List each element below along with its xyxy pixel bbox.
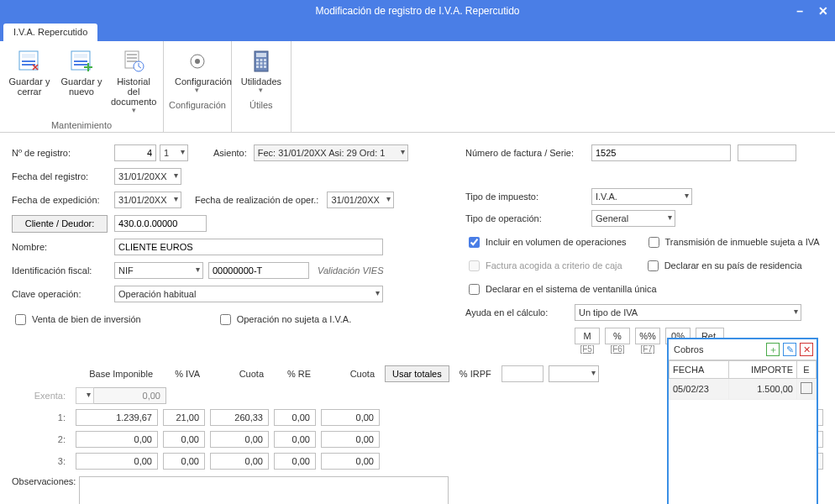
observaciones-textarea[interactable] <box>79 476 449 504</box>
fecha-registro-input[interactable]: 31/01/20XX <box>114 168 181 185</box>
close-icon[interactable]: ✕ <box>818 4 828 18</box>
cobros-col-fecha: FECHA <box>670 361 729 379</box>
config-button[interactable]: Configuración ▾ <box>173 46 222 97</box>
col-cuota: Cuota <box>210 369 269 379</box>
gear-icon <box>184 48 211 75</box>
doc-history-button[interactable]: Historial del documento ▾ <box>109 46 158 117</box>
ident-fiscal-label: Identificación fiscal: <box>12 265 114 276</box>
clave-op-select[interactable]: Operación habitual <box>114 286 383 302</box>
exenta-selector[interactable] <box>76 387 94 404</box>
serie-factura-input[interactable] <box>738 144 796 161</box>
declarar-residencia-checkbox[interactable]: Declarar en su país de residencia <box>644 258 802 274</box>
svg-rect-1 <box>22 54 35 58</box>
ident-fiscal-tipo-select[interactable]: NIF <box>114 262 203 279</box>
helper-m-button[interactable]: M <box>575 328 600 344</box>
helper-pct-button[interactable]: % <box>605 328 630 344</box>
row2-base[interactable]: 0,00 <box>76 431 158 448</box>
ident-fiscal-input[interactable] <box>208 262 309 279</box>
fecha-expedicion-input[interactable]: 31/01/20XX <box>114 192 181 208</box>
svg-point-14 <box>195 59 200 64</box>
row3-pctiva[interactable]: 0,00 <box>163 453 205 470</box>
save-close-button[interactable]: Guardar y cerrar <box>5 46 54 117</box>
history-icon <box>120 48 147 75</box>
svg-rect-22 <box>264 62 266 65</box>
col-base: Base Imponible <box>76 369 158 379</box>
cobros-row[interactable]: 05/02/23 1.500,00 <box>670 379 817 400</box>
svg-rect-5 <box>74 54 87 58</box>
num-factura-input[interactable] <box>591 144 731 161</box>
svg-rect-19 <box>264 59 266 61</box>
row2-cuota2[interactable]: 0,00 <box>321 431 380 448</box>
cobros-delete-icon[interactable]: ✕ <box>800 343 813 356</box>
fact-caja-checkbox[interactable]: Factura acogida a criterio de caja <box>465 258 622 274</box>
row2-pctiva[interactable]: 0,00 <box>163 431 205 448</box>
op-no-sujeta-checkbox[interactable]: Operación no sujeta a I.V.A. <box>217 312 352 328</box>
row3-pctre[interactable]: 0,00 <box>274 453 316 470</box>
ayuda-calculo-select[interactable]: Un tipo de IVA <box>575 304 801 321</box>
row3-base[interactable]: 0,00 <box>76 453 158 470</box>
incluir-volumen-checkbox[interactable]: Incluir en volumen de operaciones <box>465 234 627 250</box>
save-new-icon <box>68 48 95 75</box>
row3-cuota[interactable]: 0,00 <box>210 453 269 470</box>
row2-label: 2: <box>12 434 71 444</box>
exenta-base: 0,00 <box>84 387 166 404</box>
row1-cuota[interactable]: 260,33 <box>210 409 269 426</box>
cuenta-cliente-input[interactable] <box>114 215 207 232</box>
save-new-button[interactable]: Guardar y nuevo <box>57 46 106 117</box>
tab-iva-repercutido[interactable]: I.V.A. Repercutido <box>3 24 97 41</box>
col-pctiva: % IVA <box>163 369 205 379</box>
nombre-input[interactable] <box>114 239 383 255</box>
row3-cuota2[interactable]: 0,00 <box>321 453 380 470</box>
fecha-expedicion-label: Fecha de expedición: <box>12 195 114 205</box>
titlebar: Modificación de registro de I.V.A. Reper… <box>0 0 835 22</box>
save-close-icon <box>16 48 43 75</box>
cobros-panel: Cobros ＋ ✎ ✕ FECHA IMPORTE E 05/02/23 1.… <box>667 338 818 504</box>
row1-pctiva[interactable]: 21,00 <box>163 409 205 426</box>
num-registro-input[interactable] <box>114 144 156 161</box>
validacion-vies-link[interactable]: Validación VIES <box>318 265 383 276</box>
cobros-edit-icon[interactable]: ✎ <box>783 343 796 356</box>
tipo-impuesto-select[interactable]: I.V.A. <box>591 188 692 205</box>
tipo-operacion-select[interactable]: General <box>591 210 675 227</box>
nombre-label: Nombre: <box>12 242 114 252</box>
shortcut-f7: [F7] <box>635 344 660 354</box>
venta-inversion-checkbox[interactable]: Venta de bien de inversión <box>12 312 141 328</box>
asiento-display[interactable]: Fec: 31/01/20XX Asi: 29 Ord: 1 <box>254 144 408 161</box>
helper-pctpct-button[interactable]: %% <box>635 328 660 344</box>
doc-history-label: Historial del documento <box>111 76 156 107</box>
usar-totales-button[interactable]: Usar totales <box>385 365 449 382</box>
cobros-table: FECHA IMPORTE E 05/02/23 1.500,00 <box>669 360 817 400</box>
row1-label: 1: <box>12 412 71 423</box>
clave-op-label: Clave operación: <box>12 289 114 299</box>
shortcut-f6: [F6] <box>605 344 630 354</box>
cobros-row-importe: 1.500,00 <box>729 379 797 400</box>
row1-cuota2[interactable]: 0,00 <box>321 409 380 426</box>
group-utils-title: Útiles <box>237 100 286 110</box>
group-config-title: Configuración <box>169 100 226 110</box>
ribbon-group-maintenance: Guardar y cerrar Guardar y nuevo Histori… <box>0 41 164 132</box>
ayuda-calculo-label: Ayuda en el cálculo: <box>465 307 575 318</box>
irpf-select[interactable] <box>549 365 599 382</box>
svg-rect-6 <box>74 60 87 62</box>
declarar-ventanilla-checkbox[interactable]: Declarar en el sistema de ventanilla úni… <box>465 281 657 297</box>
svg-rect-10 <box>127 57 137 59</box>
row2-cuota[interactable]: 0,00 <box>210 431 269 448</box>
svg-rect-7 <box>74 64 87 66</box>
utilities-button[interactable]: Utilidades ▾ <box>237 46 286 97</box>
cobros-add-icon[interactable]: ＋ <box>766 343 780 356</box>
irpf-blank-cell[interactable] <box>502 365 544 382</box>
cliente-deudor-button[interactable]: Cliente / Deudor: <box>12 215 108 233</box>
minimize-icon[interactable]: – <box>796 4 803 18</box>
transm-inmueble-checkbox[interactable]: Transmisión de inmueble sujeta a IVA <box>645 234 820 250</box>
window-title: Modificación de registro de I.V.A. Reper… <box>315 5 519 17</box>
group-maintenance-title: Mantenimiento <box>5 120 158 130</box>
form-body: Nº de registro: 1 Asiento: Fec: 31/01/20… <box>0 133 835 504</box>
row1-pctre[interactable]: 0,00 <box>274 409 316 426</box>
svg-rect-17 <box>256 59 259 61</box>
fecha-realizacion-input[interactable]: 31/01/20XX <box>327 192 394 208</box>
num-registro-ord-select[interactable]: 1 <box>160 144 188 161</box>
row2-pctre[interactable]: 0,00 <box>274 431 316 448</box>
cobros-row-checkbox[interactable] <box>801 382 812 394</box>
row1-base[interactable]: 1.239,67 <box>76 409 158 426</box>
svg-rect-18 <box>260 59 262 61</box>
